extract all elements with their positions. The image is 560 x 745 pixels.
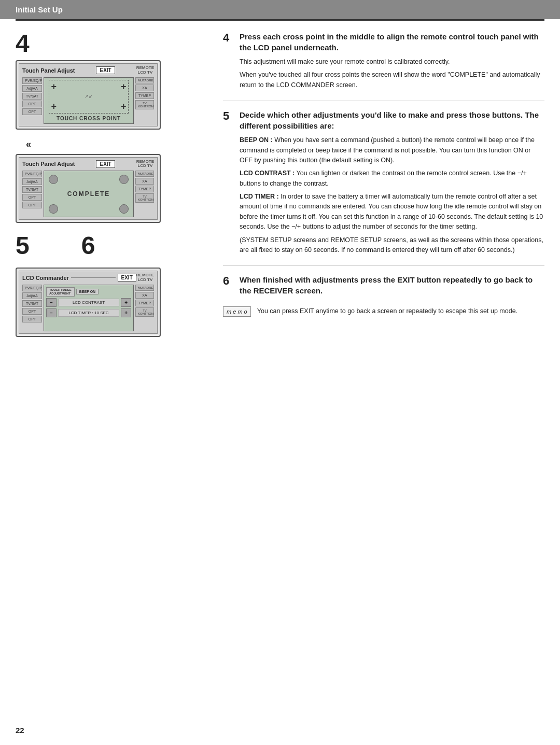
circle-bl <box>49 204 58 214</box>
right-btn-mutaore-4b[interactable]: MUTAORE <box>135 171 154 177</box>
step5-num: 5 <box>223 109 233 123</box>
right-btn-tymep[interactable]: TYMEP <box>135 92 154 99</box>
lcd-inner-5: LCD Commander EXIT REMOTELCD TV PVR/EQ/P… <box>19 271 158 334</box>
right-btn-mutaore[interactable]: MUTAORE <box>135 77 154 83</box>
lcd-contrast-label: LCD CONTRAST <box>58 299 119 306</box>
side-btn-opt2-4b[interactable]: OPT <box>22 202 42 208</box>
side-btn-adj-4a[interactable]: Adj/AA <box>22 85 42 92</box>
panel5-layout: PVR/EQ/P Adj/AA TV/SAT OPT OPT TOUCH P <box>22 285 154 331</box>
circle-br <box>119 204 129 214</box>
circle-row-top <box>49 175 129 184</box>
side-btn-opt1-4a[interactable]: OPT <box>22 101 42 107</box>
right-btn-xa-4b[interactable]: XA <box>135 178 154 185</box>
side-btn-pvr-4a[interactable]: PVR/EQ/P <box>22 77 42 84</box>
divider-5-6 <box>223 265 544 266</box>
step4-body-p2: When you've touched all four cross point… <box>240 70 544 90</box>
right-btn-tvkontron[interactable]: TVKONTRON <box>135 100 154 109</box>
exit-btn-4b[interactable]: EXIT <box>96 160 115 168</box>
step6-number-left: 6 <box>81 233 95 258</box>
memo-box: m e m o You can press EXIT anytime to go… <box>223 306 544 317</box>
step4-section: 4 Press each cross point in the middle t… <box>223 31 544 90</box>
step4-body: This adjustment will make sure your remo… <box>223 57 544 90</box>
beep-on-btn[interactable]: BEEP ON <box>76 289 99 294</box>
right-btn-tymep-5[interactable]: TYMEP <box>135 300 154 306</box>
device-block-4b: Touch Panel Adjust EXIT REMOTELCD TV PVR… <box>16 154 207 223</box>
memo-text: You can press EXIT anytime to go back a … <box>257 306 517 316</box>
remote-label-5: REMOTELCD TV <box>136 273 154 283</box>
panel4a-layout: PVR/EQ/P Adj/AA TV/SAT OPT OPT + <box>22 77 154 124</box>
right-side-btns-4a: MUTAORE XA TYMEP TVKONTRON <box>135 77 154 124</box>
page-number: 22 <box>16 726 24 735</box>
exit-btn-5[interactable]: EXIT <box>118 274 136 282</box>
right-btn-xa-5[interactable]: XA <box>135 292 154 299</box>
lcd-timer-term: LCD TIMER : <box>240 193 279 200</box>
contrast-plus-btn[interactable]: + <box>121 298 131 307</box>
timer-plus-btn[interactable]: + <box>121 308 131 317</box>
cmd-row2: − LCD CONTRAST + <box>46 298 131 307</box>
step4-title: Press each cross point in the middle to … <box>240 31 544 53</box>
panel4b-layout: PVR/EQ/P Adj/AA TV/SAT OPT OPT <box>22 171 154 217</box>
lcd-inner-4b: Touch Panel Adjust EXIT REMOTELCD TV PVR… <box>19 157 158 220</box>
arrows-indicator: ↗↙ <box>85 94 93 99</box>
timer-minus-btn[interactable]: − <box>46 308 57 317</box>
beep-on-label: BEEP ON : <box>240 136 273 144</box>
right-btn-xa[interactable]: XA <box>135 85 154 91</box>
step5-lcd-contrast: LCD CONTRAST : You can lighten or darken… <box>240 168 544 189</box>
title-line <box>71 277 116 278</box>
cross-pt-tl: + <box>51 81 57 92</box>
step4-header: 4 Press each cross point in the middle t… <box>223 31 544 53</box>
side-btn-pvr-5[interactable]: PVR/EQ/P <box>22 285 42 291</box>
side-btn-pvr-4b[interactable]: PVR/EQ/P <box>22 171 42 177</box>
right-btn-tvkontron-5[interactable]: TVKONTRON <box>135 307 154 317</box>
right-side-btns-5: MUTAORE XA TYMEP TVKONTRON <box>135 285 154 331</box>
side-btn-adj-4b[interactable]: Adj/AA <box>22 178 42 185</box>
circle-tl <box>49 175 58 184</box>
circle-tr <box>119 175 129 184</box>
page-content: 4 Touch Panel Adjust EXIT REMOTELCD TV <box>0 21 560 353</box>
right-btn-mutaore-5[interactable]: MUTAORE <box>135 285 154 291</box>
right-btn-tvkontron-4b[interactable]: TVKONTRON <box>135 193 154 203</box>
big-numbers-row: 5 6 <box>16 233 207 262</box>
side-btn-opt1-4b[interactable]: OPT <box>22 194 42 201</box>
side-btn-opt2-4a[interactable]: OPT <box>22 108 42 115</box>
cmd-row1: TOUCH PANELADJUSTMENT BEEP ON <box>46 287 131 297</box>
step5-section: 5 Decide which other adjustments you'd l… <box>223 109 544 255</box>
header-bar: Initial Set Up <box>0 0 560 19</box>
left-column: 4 Touch Panel Adjust EXIT REMOTELCD TV <box>16 31 207 337</box>
panel4-title: Touch Panel Adjust <box>22 67 75 74</box>
lcd-inner-4a: Touch Panel Adjust EXIT REMOTELCD TV PVR… <box>19 63 158 126</box>
cross-pt-tr: + <box>121 81 127 92</box>
double-arrow-icon: « <box>26 139 31 149</box>
side-btn-tvsat-4b[interactable]: TV/SAT <box>22 186 42 193</box>
cmd-row3: − LCD TIMER : 10 SEC + <box>46 308 131 317</box>
side-btn-opt2-5[interactable]: OPT <box>22 316 42 322</box>
touch-panel-adj-btn[interactable]: TOUCH PANELADJUSTMENT <box>46 287 75 297</box>
left-side-btns-4b: PVR/EQ/P Adj/AA TV/SAT OPT OPT <box>22 171 42 217</box>
page-wrapper: Initial Set Up 4 Touch Panel Adjust EXIT… <box>0 0 560 745</box>
side-btn-tvsat-5[interactable]: TV/SAT <box>22 300 42 307</box>
double-arrow-separator: « <box>26 139 207 150</box>
divider-4-5 <box>223 101 544 101</box>
contrast-minus-btn[interactable]: − <box>46 298 57 307</box>
right-btn-tymep-4b[interactable]: TYMEP <box>135 186 154 192</box>
lcd-top-bar-4a: Touch Panel Adjust EXIT REMOTELCD TV <box>22 66 154 75</box>
lcd-panel-5: LCD Commander EXIT REMOTELCD TV PVR/EQ/P… <box>16 268 161 337</box>
lcd-timer-text: In order to save the battery a timer wil… <box>240 193 543 230</box>
screen-4a: + + + + ↗↙ TOUCH CROSS POINT <box>44 77 134 124</box>
left-side-btns-5: PVR/EQ/P Adj/AA TV/SAT OPT OPT <box>22 285 42 331</box>
side-btn-tvsat-4a[interactable]: TV/SAT <box>22 93 42 100</box>
panel4b-title: Touch Panel Adjust <box>22 161 75 167</box>
step5-number-left: 5 <box>16 233 30 258</box>
beep-on-text: When you have sent a command (pushed a b… <box>240 136 535 164</box>
device-block-4a: Touch Panel Adjust EXIT REMOTELCD TV PVR… <box>16 60 207 130</box>
left-side-btns-4a: PVR/EQ/P Adj/AA TV/SAT OPT OPT <box>22 77 42 124</box>
step6-title: When finished with adjustments press the… <box>240 274 544 296</box>
lcd-panel-4b: Touch Panel Adjust EXIT REMOTELCD TV PVR… <box>16 154 161 223</box>
side-btn-opt1-5[interactable]: OPT <box>22 308 42 315</box>
side-btn-adj-5[interactable]: Adj/AA <box>22 292 42 299</box>
exit-btn-4a[interactable]: EXIT <box>96 66 115 74</box>
cross-pt-bl: + <box>51 101 57 112</box>
lcd-top-bar-5: LCD Commander EXIT REMOTELCD TV <box>22 273 154 283</box>
remote-label-4b: REMOTELCD TV <box>136 160 154 169</box>
step6-header: 6 When finished with adjustments press t… <box>223 274 544 296</box>
